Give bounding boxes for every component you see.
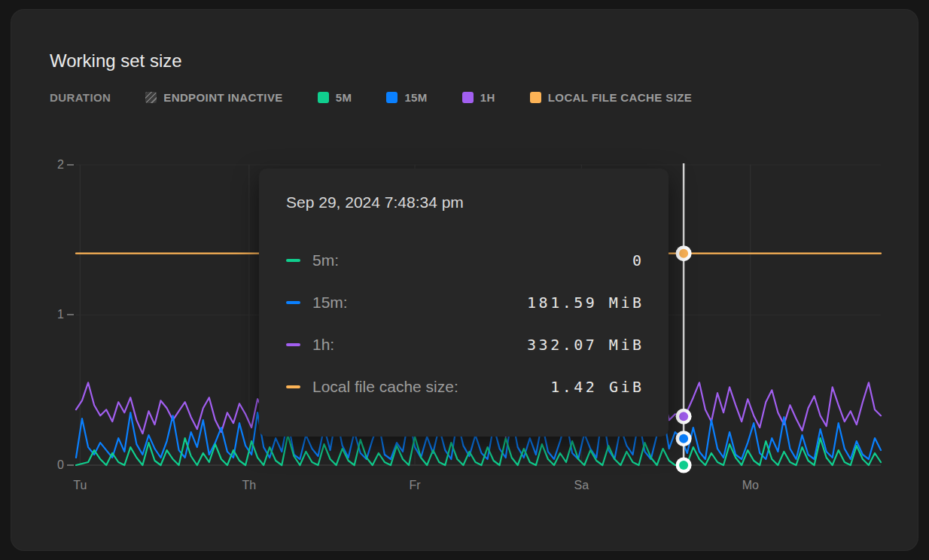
legend-item-label: ENDPOINT INACTIVE	[163, 91, 282, 104]
legend-item-endpoint-inactive[interactable]: ENDPOINT INACTIVE	[145, 91, 282, 104]
page-title: Working set size	[50, 49, 182, 73]
legend-item-local-file-cache-size[interactable]: LOCAL FILE CACHE SIZE	[530, 91, 692, 104]
x-tick-sa: Sa	[574, 478, 589, 493]
tooltip-timestamp: Sep 29, 2024 7:48:34 pm	[286, 191, 641, 214]
legend-item-15m[interactable]: 15M	[386, 91, 427, 104]
y-tick-dash	[67, 164, 74, 166]
working-set-size-card: Working set size DURATION ENDPOINT INACT…	[11, 9, 918, 551]
y-tick-2: 2	[32, 157, 64, 173]
blue-swatch-icon	[386, 92, 397, 103]
hatch-swatch-icon	[145, 92, 157, 103]
tooltip-rows: 5m: 0 15m: 181.59 MiB 1h: 332.07 MiB Loc…	[286, 248, 641, 398]
tooltip-row-label: 15m:	[312, 294, 348, 312]
chart-tooltip: Sep 29, 2024 7:48:34 pm 5m: 0 15m: 181.5…	[259, 169, 669, 437]
y-tick-1: 1	[32, 306, 64, 323]
legend-item-5m[interactable]: 5M	[318, 91, 352, 104]
tooltip-row-local-file-cache-size: Local file cache size: 1.42 GiB	[286, 375, 641, 398]
chart-legend: DURATION ENDPOINT INACTIVE 5M 15M 1H LOC…	[50, 89, 692, 105]
y-tick-dash	[67, 464, 74, 466]
y-tick-0: 0	[32, 457, 64, 473]
blue-dash-icon	[286, 301, 300, 304]
orange-swatch-icon	[530, 92, 541, 103]
green-dash-icon	[286, 259, 300, 262]
tooltip-row-value: 1.42 GiB	[550, 378, 644, 396]
x-tick-fr: Fr	[409, 478, 420, 493]
x-tick-th: Th	[242, 478, 256, 493]
tooltip-row-value: 0	[632, 251, 644, 269]
legend-item-label: LOCAL FILE CACHE SIZE	[548, 91, 692, 104]
tooltip-row-15m: 15m: 181.59 MiB	[286, 291, 641, 314]
legend-item-label: 1H	[480, 91, 495, 104]
legend-item-1h[interactable]: 1H	[462, 91, 495, 104]
tooltip-row-value: 332.07 MiB	[527, 336, 644, 354]
duration-label: DURATION	[50, 91, 111, 104]
y-tick-dash	[67, 314, 74, 315]
legend-item-label: 15M	[404, 91, 427, 104]
legend-item-label: 5M	[336, 91, 352, 104]
tooltip-row-1h: 1h: 332.07 MiB	[286, 333, 641, 356]
tooltip-row-5m: 5m: 0	[286, 248, 641, 272]
tooltip-row-label: 1h:	[312, 336, 334, 354]
green-swatch-icon	[318, 92, 329, 103]
tooltip-row-value: 181.59 MiB	[527, 294, 644, 312]
orange-dash-icon	[286, 385, 300, 388]
tooltip-row-label: Local file cache size:	[312, 378, 458, 396]
purple-swatch-icon	[462, 92, 474, 103]
x-tick-tu: Tu	[73, 478, 87, 493]
purple-dash-icon	[286, 343, 300, 346]
x-tick-mo: Mo	[742, 478, 759, 493]
tooltip-row-label: 5m:	[312, 251, 339, 269]
